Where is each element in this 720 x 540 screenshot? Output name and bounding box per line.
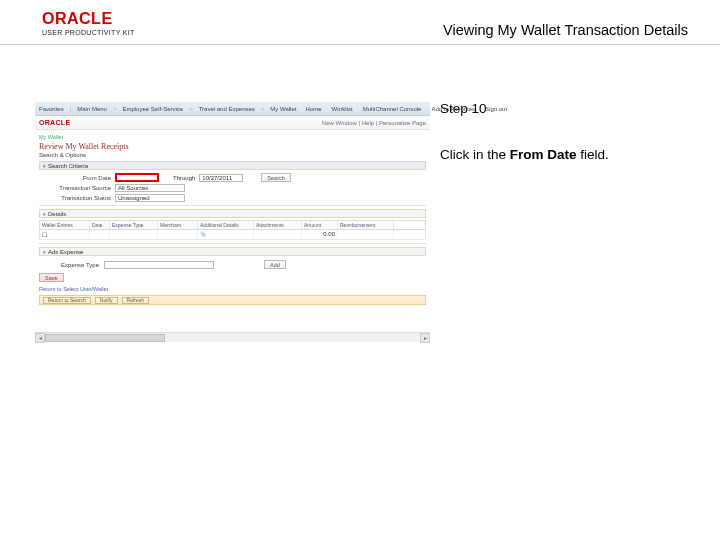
app-mini-logo: ORACLE	[39, 119, 70, 126]
criteria-label: Search Criteria	[48, 163, 88, 169]
row-date-range: From Date Through 10/27/2011 Search	[39, 173, 426, 182]
grid-header: Wallet Entries Date Expense Type Merchan…	[39, 220, 426, 230]
app-page-subtitle: Search & Options	[39, 152, 426, 158]
cell-reimbursement	[338, 230, 394, 239]
col-reimbursement[interactable]: Reimbursement	[338, 221, 394, 229]
nav-home[interactable]: Home	[302, 106, 324, 112]
nav-ess[interactable]: Employee Self-Service	[122, 106, 183, 112]
expense-type-row: Expense Type Add	[39, 260, 426, 269]
nav-worklist[interactable]: Worklist	[328, 106, 355, 112]
divider-1	[39, 205, 426, 206]
app-body: My Wallet Review My Wallet Receipts Sear…	[35, 130, 430, 305]
refresh-button[interactable]: Refresh	[122, 297, 150, 304]
cell-expense-type	[110, 230, 158, 239]
return-link[interactable]: Return to Select User/Wallet	[39, 286, 108, 292]
scroll-thumb[interactable]	[45, 334, 165, 342]
col-wallet-entries[interactable]: Wallet Entries	[40, 221, 90, 229]
ads-expense-label: Ads Expense	[48, 249, 83, 255]
cell-additional[interactable]	[198, 230, 254, 239]
cell-select[interactable]: ☐	[40, 230, 90, 239]
nav-travel[interactable]: Travel and Expenses	[199, 106, 255, 112]
paperclip-icon	[200, 231, 206, 237]
app-page-title: Review My Wallet Receipts	[39, 142, 426, 151]
nav-add-fav[interactable]: Add to Favorites	[428, 106, 478, 112]
details-bar[interactable]: Details	[39, 209, 426, 218]
oracle-logo-block: ORACLE USER PRODUCTIVITY KIT	[42, 10, 135, 36]
divider-2	[39, 243, 426, 244]
scroll-track[interactable]	[45, 333, 420, 343]
ads-expense-bar[interactable]: Ads Expense	[39, 247, 426, 256]
footer-row: Save	[39, 273, 426, 282]
scroll-left-icon[interactable]: ◂	[35, 333, 45, 343]
txn-status-label: Transaction Status	[39, 195, 111, 201]
top-nav-right: Home Worklist MultiChannel Console Add t…	[302, 106, 510, 112]
search-button[interactable]: Search	[261, 173, 290, 182]
search-criteria-bar[interactable]: Search Criteria	[39, 161, 426, 170]
col-date[interactable]: Date	[90, 221, 110, 229]
notify-button[interactable]: Notify	[95, 297, 118, 304]
row-status: Transaction Status Unassigned	[39, 194, 426, 202]
cell-amount: 0.00	[302, 230, 338, 239]
nav-main-menu[interactable]: Main Menu	[77, 106, 107, 112]
instr-prefix: Click in the	[440, 147, 510, 162]
breadcrumb[interactable]: My Wallet	[39, 134, 426, 140]
row-source: Transaction Source All Sources	[39, 184, 426, 192]
col-expense-type[interactable]: Expense Type	[110, 221, 158, 229]
from-date-label: From Date	[39, 175, 111, 181]
nav-my-wallet[interactable]: My Wallet	[270, 106, 296, 112]
nav-favorites[interactable]: Favorites	[39, 106, 64, 112]
cell-date	[90, 230, 110, 239]
nav-signout[interactable]: Sign out	[482, 106, 510, 112]
txn-status-field[interactable]: Unassigned	[115, 194, 185, 202]
through-label: Through	[173, 175, 195, 181]
expense-type-field[interactable]	[104, 261, 214, 269]
horizontal-scrollbar[interactable]: ◂ ▸	[35, 332, 430, 342]
col-additional[interactable]: Additional Details	[198, 221, 254, 229]
instr-suffix: field.	[577, 147, 609, 162]
app-screenshot: Favorites| Main Menu> Employee Self-Serv…	[35, 102, 430, 342]
nav-mcc[interactable]: MultiChannel Console	[360, 106, 425, 112]
instr-fieldname: From Date	[510, 147, 577, 162]
app-brand-row: ORACLE New Window | Help | Personalize P…	[35, 116, 430, 130]
page-title: Viewing My Wallet Transaction Details	[443, 22, 688, 38]
cell-attachments	[254, 230, 302, 239]
return-to-search-button[interactable]: Return to Search	[43, 297, 91, 304]
cell-merchant	[158, 230, 198, 239]
header-divider	[0, 44, 720, 45]
from-date-field[interactable]	[115, 173, 159, 182]
through-date-field[interactable]: 10/27/2011	[199, 174, 243, 182]
app-top-nav: Favorites| Main Menu> Employee Self-Serv…	[35, 102, 430, 116]
instruction-text: Click in the From Date field.	[440, 146, 700, 164]
col-attachments[interactable]: Attachments	[254, 221, 302, 229]
result-action-bar: Return to Search Notify Refresh	[39, 295, 426, 305]
scroll-right-icon[interactable]: ▸	[420, 333, 430, 343]
details-label: Details	[48, 211, 66, 217]
txn-source-field[interactable]: All Sources	[115, 184, 185, 192]
doc-header: ORACLE USER PRODUCTIVITY KIT Viewing My …	[0, 0, 720, 50]
col-merchant[interactable]: Merchant	[158, 221, 198, 229]
col-amount[interactable]: Amount	[302, 221, 338, 229]
table-row: ☐ 0.00	[39, 230, 426, 240]
upk-subtitle: USER PRODUCTIVITY KIT	[42, 29, 135, 36]
txn-source-label: Transaction Source	[39, 185, 111, 191]
save-button[interactable]: Save	[39, 273, 64, 282]
app-window-links[interactable]: New Window | Help | Personalize Page	[322, 120, 426, 126]
expense-type-label: Expense Type	[39, 262, 99, 268]
oracle-logo: ORACLE	[42, 10, 135, 28]
add-button[interactable]: Add	[264, 260, 286, 269]
